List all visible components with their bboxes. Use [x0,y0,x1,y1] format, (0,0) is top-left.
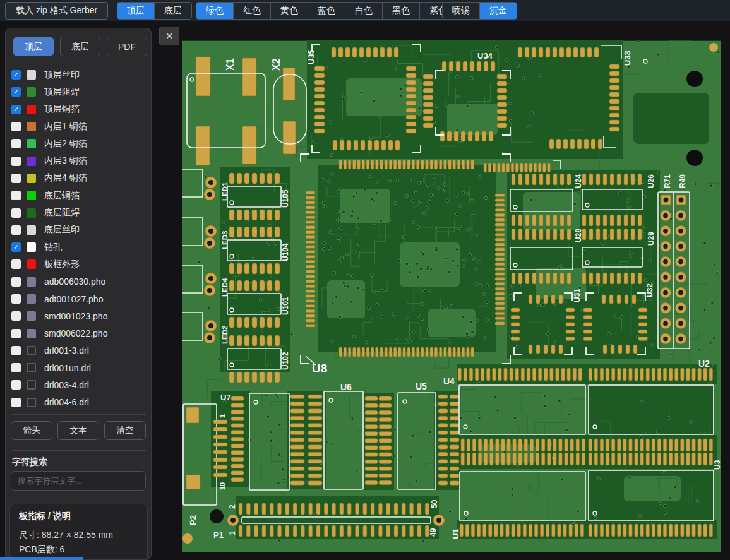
sidebar-tabs: 顶层底层PDF [13,37,147,56]
layer-row: ✓顶层铜箔 [6,101,152,118]
layer-label: 内层1 铜箔 [44,121,87,133]
layer-checkbox[interactable] [11,294,21,304]
close-button[interactable]: × [159,27,179,45]
layer-color-swatch [27,174,36,183]
svg-text:2: 2 [228,504,237,509]
svg-text:U31: U31 [573,289,582,302]
svg-text:P2: P2 [188,515,198,525]
layer-checkbox[interactable] [11,174,21,183]
layer-checkbox[interactable] [11,157,21,166]
svg-text:R71: R71 [663,174,672,188]
toolbar: 载入 zip 格式 Gerber 顶层底层 绿色红色黄色蓝色白色黑色紫色 喷锡沉… [0,0,730,22]
tool-text[interactable]: 文本 [57,421,99,440]
layer-label: adt001027.pho [44,294,103,304]
sidebar-tab-0[interactable]: 顶层 [13,37,54,56]
tool-arrow[interactable]: 箭头 [11,421,52,440]
sidebar-tab-1[interactable]: 底层 [60,37,100,56]
svg-text:U3: U3 [713,460,721,470]
layer-color-swatch [27,380,36,390]
layer-color-swatch [27,87,36,97]
layer-checkbox[interactable]: ✓ [11,105,21,114]
svg-text:U101: U101 [281,297,290,315]
svg-text:U8: U8 [312,362,327,375]
topbar-side-tab-0[interactable]: 顶层 [117,3,154,19]
layer-color-swatch [27,294,36,304]
svg-text:U26: U26 [647,174,655,188]
layer-checkbox[interactable] [11,225,21,235]
svg-text:U4: U4 [443,376,455,386]
layer-checkbox[interactable] [11,311,21,321]
layer-label: 底层阻焊 [44,207,80,218]
layer-label: drl001un.drl [44,363,91,373]
layer-color-swatch [27,225,36,235]
color-option-2[interactable]: 黄色 [270,3,308,19]
svg-text:U105: U105 [281,189,290,208]
sidebar: 顶层底层PDF ✓顶层丝印✓顶层阻焊✓顶层铜箔内层1 铜箔内层2 铜箔内层3 铜… [5,28,152,560]
tool-clear[interactable]: 清空 [104,421,146,440]
layer-checkbox[interactable]: ✓ [11,242,21,252]
layer-color-swatch [27,70,36,80]
layer-checkbox[interactable] [11,346,21,355]
layer-row: ✓顶层阻焊 [6,83,152,100]
board-metric: 尺寸: 88.27 × 82.55 mm [19,528,138,542]
layer-label: 底层铜箔 [44,190,80,201]
layer-checkbox[interactable] [11,277,21,287]
color-option-4[interactable]: 白色 [345,3,382,19]
layer-checkbox[interactable] [11,363,21,372]
layer-label: smd006022.pho [44,328,107,338]
sidebar-tab-2[interactable]: PDF [107,37,147,56]
layer-row: ✓钻孔 [6,239,152,256]
board-metric: PCB层数: 6 [19,542,138,557]
color-option-5[interactable]: 黑色 [382,3,419,19]
finish-option-1[interactable]: 沉金 [479,3,517,19]
layer-color-swatch [27,242,36,252]
layer-color-swatch [27,259,36,269]
layer-checkbox[interactable]: ✓ [11,70,21,80]
layer-label: smd001023.pho [44,311,107,321]
layer-label: drl003-4.drl [44,380,89,390]
layer-checkbox[interactable] [11,208,21,218]
layer-checkbox[interactable]: ✓ [11,87,21,97]
search-input[interactable] [11,471,146,491]
color-option-0[interactable]: 绿色 [196,3,233,19]
svg-text:10: 10 [218,482,226,490]
layer-row: 底层阻焊 [6,204,152,221]
svg-text:1: 1 [218,414,226,418]
layer-label: 顶层丝印 [44,69,80,81]
layer-color-swatch [27,363,36,372]
svg-text:U24: U24 [574,174,583,188]
layer-color-swatch [27,105,36,114]
color-option-1[interactable]: 红色 [233,3,270,19]
svg-text:LED2: LED2 [221,326,229,344]
svg-text:U1: U1 [451,528,460,539]
load-gerber-button[interactable]: 载入 zip 格式 Gerber [5,2,108,20]
layer-side-toggle-group: 顶层底层 [117,2,192,20]
svg-text:R49: R49 [678,174,687,188]
pcb-board-render[interactable]: X1X2U35U34U33U8LED1LED3LED4LED2U105U104U… [182,40,721,552]
layer-checkbox[interactable] [11,380,21,390]
layer-row: 内层4 铜箔 [6,170,152,187]
layer-row: drl001un.drl [6,359,152,376]
layer-color-swatch [27,157,36,166]
layer-row: 底层铜箔 [6,187,152,204]
layer-row: smd001023.pho [6,307,152,325]
layer-checkbox[interactable] [11,139,21,148]
layer-label: drl004-6.drl [44,397,89,407]
layer-color-swatch [27,208,36,218]
svg-text:49: 49 [429,528,438,537]
svg-text:U102: U102 [281,352,290,370]
finish-option-0[interactable]: 喷锡 [443,3,479,19]
layer-checkbox[interactable] [11,398,21,407]
topbar-side-tab-1[interactable]: 底层 [154,3,191,19]
layer-checkbox[interactable] [11,259,21,269]
svg-text:U28: U28 [574,229,583,242]
svg-text:U5: U5 [416,381,427,391]
layer-checkbox[interactable] [11,191,21,200]
layer-row: adb006030.pho [6,273,152,290]
divider [12,414,146,415]
layer-checkbox[interactable] [11,329,21,338]
svg-text:U32: U32 [645,283,654,297]
layer-checkbox[interactable] [11,122,21,131]
color-option-3[interactable]: 蓝色 [308,3,345,19]
svg-text:U33: U33 [623,51,632,66]
